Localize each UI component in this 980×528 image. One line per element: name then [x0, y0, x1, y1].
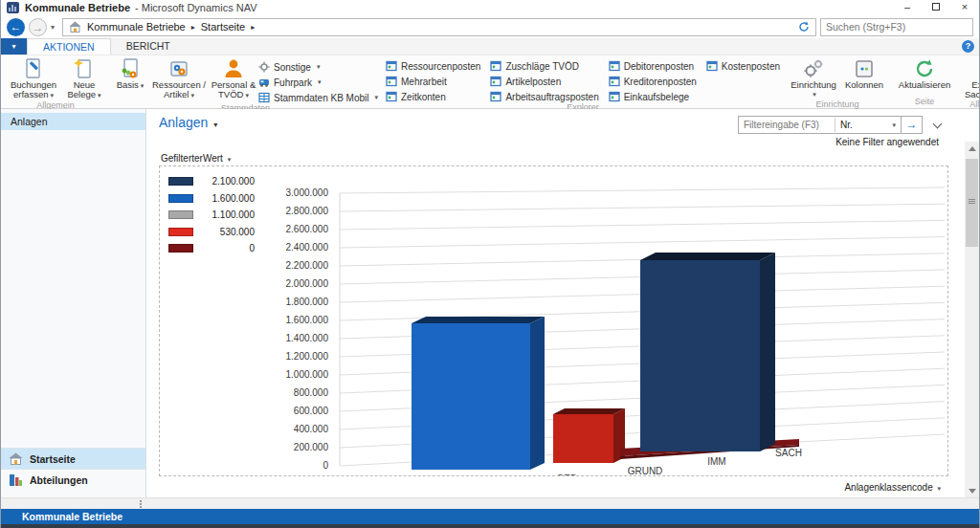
bar-side-GEB [530, 317, 545, 470]
explorer-item-zeitkonten[interactable]: Zeitkonten [386, 91, 480, 102]
gridline [340, 187, 945, 193]
y-tick-label: 200.000 [294, 442, 329, 452]
x-category-label: GEB [556, 473, 576, 475]
explorer-item-artikelposten[interactable]: Artikelposten [490, 76, 598, 87]
scroll-up-button[interactable] [965, 142, 979, 155]
history-dropdown-icon[interactable]: ▾ [51, 23, 55, 32]
ressourcen-artikel-button[interactable]: Ressourcen / Artikel▾ [149, 56, 209, 100]
explorer-column: Kostenposten [706, 60, 780, 102]
application-menu-button[interactable]: ▾ [1, 38, 27, 55]
y-tick-label: 1.200.000 [286, 351, 329, 362]
fuhrpark-menu-button[interactable]: Fuhrpark ▾ [258, 77, 378, 88]
window-bottom-edge [1, 524, 979, 528]
nav-item-abteilungen[interactable]: Abteilungen [1, 469, 145, 490]
y-tick-label: 2.600.000 [286, 224, 329, 234]
vertical-scrollbar[interactable] [965, 142, 979, 497]
measure-dropdown[interactable]: GefilterterWert ▾ [161, 153, 231, 164]
tab-bericht[interactable]: BERICHT [111, 38, 186, 55]
breadcrumb-item-page[interactable]: Startseite [201, 21, 245, 33]
personal-tvoed-button[interactable]: Personal & TVÖD▾ [211, 56, 256, 100]
tab-aktionen[interactable]: AKTIONEN [27, 38, 111, 55]
explorer-column: RessourcenpostenMehrarbeitZeitkonten [386, 60, 480, 102]
search-input[interactable] [820, 18, 973, 36]
dropdown-caret-icon: ▾ [892, 121, 896, 129]
einrichtung-button[interactable]: Einrichtung ▾ [788, 56, 839, 99]
x-category-label: IMM [707, 456, 725, 467]
breadcrumb-separator-icon: ▸ [191, 23, 195, 32]
gridline [340, 220, 945, 230]
scroll-thumb[interactable] [966, 159, 978, 247]
address-bar: ← → ▾ Kommunale Betriebe ▸ Startseite ▸ [1, 15, 979, 38]
explorer-item-einkaufsbelege[interactable]: Einkaufsbelege [609, 91, 697, 102]
status-company: Kommunale Betriebe [22, 511, 122, 522]
scroll-down-icon [969, 489, 976, 494]
entries-icon [490, 60, 501, 72]
maximize-button[interactable] [922, 0, 950, 15]
breadcrumb-separator-icon: ▸ [251, 23, 255, 32]
apply-filter-button[interactable]: → [902, 116, 923, 134]
y-tick-label: 400.000 [294, 424, 329, 434]
explorer-item-kostenposten[interactable]: Kostenposten [706, 60, 780, 72]
explorer-column: DebitorenpostenKreditorenpostenEinkaufsb… [609, 60, 697, 102]
filter-field-select[interactable]: Nr. ▾ [835, 120, 901, 130]
stammdaten-kb-mobil-menu-button[interactable]: Stammdaten KB Mobil ▾ [258, 92, 378, 103]
forward-button[interactable]: → [29, 18, 47, 36]
scroll-up-icon [969, 146, 976, 151]
dropdown-caret-icon: ▾ [375, 94, 379, 101]
aktualisieren-button[interactable]: Aktualisieren [895, 56, 954, 90]
buchungen-erfassen-button[interactable]: Buchungen erfassen▾ [6, 56, 61, 100]
dropdown-caret-icon: ▾ [318, 78, 322, 86]
sonstige-menu-button[interactable]: Sonstige ▾ [258, 61, 378, 73]
entries-icon [386, 91, 397, 102]
nav-item-anlagen[interactable]: Anlagen [1, 113, 145, 130]
close-button[interactable]: × [950, 0, 979, 15]
columns-window-icon [853, 57, 876, 80]
page-title-caret-icon: ▾ [213, 121, 217, 129]
splitter-grip[interactable] [140, 500, 143, 508]
y-tick-label: 2.400.000 [286, 242, 329, 253]
neue-belege-button[interactable]: Neue Belege▾ [63, 56, 105, 100]
entries-icon [386, 76, 397, 87]
app-window: Kommunale Betriebe - Microsoft Dynamics … [0, 0, 980, 528]
basis-button[interactable]: Basis▾ [113, 56, 147, 91]
scroll-down-button[interactable] [965, 484, 979, 497]
help-button[interactable]: ? [962, 40, 974, 53]
window-title: Kommunale Betriebe [25, 2, 130, 13]
filter-input[interactable] [739, 117, 835, 133]
dropdown-caret-icon: ▾ [937, 485, 941, 492]
dropdown-caret-icon: ▾ [245, 92, 249, 99]
back-button[interactable]: ← [7, 18, 25, 36]
bar-GRUND[interactable] [553, 414, 613, 463]
ribbon-group-einrichtung: Einrichtung ▾ Kolonnen Einrichtung [785, 55, 890, 108]
entries-icon [609, 60, 620, 72]
explorer-item-zuschl-ge-tv-d[interactable]: Zuschläge TVÖD [490, 60, 598, 72]
chart-frame: 2.100.0001.600.0001.100.000530.0000 0200… [159, 165, 948, 476]
ribbon-group-seite: Aktualisieren Seite [892, 55, 957, 108]
x-dimension-dropdown[interactable]: Anlagenklassencode ▾ [844, 482, 941, 493]
departments-icon [9, 473, 23, 487]
explorer-item-debitorenposten[interactable]: Debitorenposten [609, 60, 697, 72]
bar-GEB[interactable] [412, 323, 530, 470]
entries-icon [706, 60, 718, 72]
y-tick-label: 1.400.000 [286, 333, 329, 343]
title-bar: Kommunale Betriebe - Microsoft Dynamics … [1, 0, 979, 15]
explorer-item-ressourcenposten[interactable]: Ressourcenposten [386, 60, 480, 72]
explorer-sachposten-button[interactable]: Explorer Sachposten [962, 56, 980, 99]
explorer-item-mehrarbeit[interactable]: Mehrarbeit [386, 76, 480, 87]
refresh-icon[interactable] [798, 21, 810, 33]
y-tick-label: 2.200.000 [286, 260, 329, 271]
entries-icon [386, 60, 397, 72]
kolonnen-button[interactable]: Kolonnen [841, 56, 887, 90]
expand-filter-chevron-icon[interactable] [933, 119, 943, 128]
explorer-item-arbeitsauftragsposten[interactable]: Arbeitsauftragsposten [490, 91, 598, 102]
ribbon-group-allgemein-right: Explorer Sachposten Allgemein [959, 55, 980, 108]
explorer-item-kreditorenposten[interactable]: Kreditorenposten [609, 76, 697, 87]
breadcrumb-item-company[interactable]: Kommunale Betriebe [87, 21, 186, 33]
page-title[interactable]: Anlagen ▾ [159, 115, 217, 130]
breadcrumb[interactable]: Kommunale Betriebe ▸ Startseite ▸ [62, 18, 816, 36]
nav-item-startseite[interactable]: Startseite [1, 448, 145, 469]
dropdown-caret-icon: ▾ [813, 90, 816, 99]
minimize-button[interactable]: – [893, 0, 922, 15]
entries-icon [609, 91, 620, 102]
bar-IMM[interactable] [640, 260, 760, 451]
